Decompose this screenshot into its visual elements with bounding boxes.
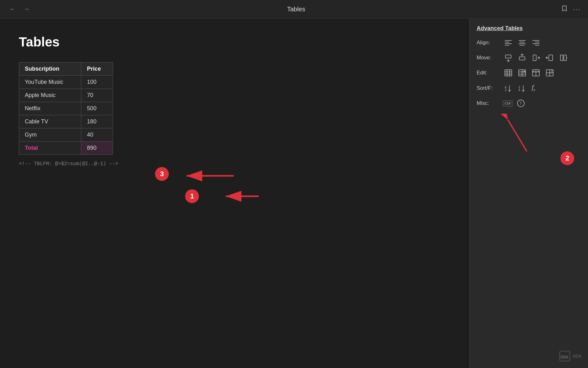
data-table: Subscription Price YouTube Music100Apple…: [19, 62, 113, 155]
sort-az-button[interactable]: A Z: [503, 84, 514, 93]
table-header-row: Subscription Price: [19, 62, 113, 76]
sortf-row: Sort/F: A Z Z A: [477, 83, 580, 93]
formula-line: <!-- TBLFM: @>$2=sum(@I..@-1) -->: [19, 161, 448, 167]
edit-icons: [503, 68, 555, 78]
top-bar: ← → Tables ···: [0, 0, 588, 19]
cell-subscription: Total: [19, 142, 81, 155]
cell-subscription: YouTube Music: [19, 76, 81, 89]
col-header-subscription: Subscription: [19, 62, 81, 76]
svg-line-54: [508, 120, 527, 151]
content-area: Tables Subscription Price YouTube Music1…: [0, 19, 467, 368]
sort-za-icon: Z A: [518, 84, 526, 92]
document-title: Tables: [287, 6, 305, 13]
align-right-icon: [532, 39, 540, 47]
more-button[interactable]: ···: [573, 5, 580, 14]
table-row: Apple Music70: [19, 89, 113, 102]
cell-subscription: Gym: [19, 128, 81, 142]
align-left-button[interactable]: [503, 38, 514, 47]
add-col-button[interactable]: [503, 68, 514, 78]
badge-2: 2: [560, 151, 574, 165]
sidebar-title: Advanced Tables: [477, 25, 580, 32]
misc-icons: CSV ?: [503, 99, 526, 108]
edit-row: Edit:: [477, 68, 580, 78]
align-label: Align:: [477, 40, 499, 46]
move-up-button[interactable]: [517, 53, 527, 62]
sort-az-icon: A Z: [504, 84, 512, 92]
table-row: Total890: [19, 142, 113, 155]
svg-text:A: A: [519, 89, 520, 92]
move-down-button[interactable]: [503, 53, 514, 62]
back-button[interactable]: ←: [8, 5, 17, 14]
help-button[interactable]: ?: [516, 99, 526, 108]
sortf-label: Sort/F:: [477, 85, 499, 91]
csv-button[interactable]: CSV: [503, 100, 512, 106]
xda-logo-icon: XDA: [559, 350, 570, 362]
main-area: Tables Subscription Price YouTube Music1…: [0, 19, 588, 368]
move-left-col-icon: [546, 54, 554, 62]
move-row: Move:: [477, 53, 580, 62]
cell-subscription: Cable TV: [19, 115, 81, 128]
misc-row: Misc: CSV ?: [477, 99, 580, 108]
sidebar-arrow-svg: [477, 114, 546, 164]
misc-label: Misc:: [477, 100, 499, 106]
svg-rect-24: [560, 55, 563, 61]
move-right2-icon: [559, 54, 568, 62]
align-center-button[interactable]: [517, 38, 527, 47]
sort-za-button[interactable]: Z A: [517, 84, 527, 93]
del-col-icon: [518, 69, 526, 77]
move-right2-button[interactable]: [558, 53, 569, 62]
nav-controls: ← →: [8, 5, 31, 14]
move-left-col-button[interactable]: [544, 53, 555, 62]
page-title: Tables: [19, 35, 448, 50]
svg-rect-27: [505, 70, 512, 76]
help-icon: ?: [517, 99, 525, 107]
align-right-button[interactable]: [531, 38, 541, 47]
cell-price: 40: [81, 128, 113, 142]
cell-price: 100: [81, 76, 113, 89]
move-up-icon: [518, 54, 526, 62]
cell-price: 70: [81, 89, 113, 102]
csv-icon: CSV: [505, 101, 511, 106]
cell-price: 500: [81, 102, 113, 115]
align-left-icon: [504, 39, 512, 47]
merge-button[interactable]: [531, 68, 541, 78]
del-col-button[interactable]: [517, 68, 527, 78]
cell-subscription: Netflix: [19, 102, 81, 115]
bookmark-button[interactable]: [561, 5, 568, 14]
cell-price: 180: [81, 115, 113, 128]
svg-rect-25: [564, 55, 566, 61]
col-header-price: Price: [81, 62, 113, 76]
formula-button[interactable]: fx: [531, 83, 537, 93]
table-row: Gym40: [19, 128, 113, 142]
xda-logo-text: XDA: [572, 354, 582, 359]
align-icons: [503, 38, 541, 47]
table-row: Netflix500: [19, 102, 113, 115]
svg-rect-20: [533, 55, 536, 61]
badge-1: 1: [185, 189, 199, 203]
svg-text:XDA: XDA: [560, 354, 569, 360]
move-right-col-button[interactable]: [531, 53, 541, 62]
svg-rect-19: [519, 57, 525, 60]
svg-rect-16: [505, 55, 511, 58]
edit-label: Edit:: [477, 70, 499, 76]
xda-logo-area: XDA XDA: [559, 350, 582, 362]
sidebar: Advanced Tables Align: Move:: [469, 19, 588, 368]
move-icons: [503, 53, 569, 62]
split-button[interactable]: [544, 68, 555, 78]
table-row: Cable TV180: [19, 115, 113, 128]
move-down-icon: [504, 54, 512, 62]
badge-3: 3: [155, 167, 169, 181]
align-row: Align:: [477, 38, 580, 47]
bookmark-icon: [561, 5, 568, 12]
cell-subscription: Apple Music: [19, 89, 81, 102]
forward-button[interactable]: →: [22, 5, 31, 14]
more-icon: ···: [573, 5, 580, 13]
svg-text:?: ?: [520, 101, 521, 106]
formula-icon: fx: [532, 84, 535, 92]
merge-icon: [532, 69, 540, 77]
align-center-icon: [518, 39, 526, 47]
sortf-icons: A Z Z A fx: [503, 83, 537, 93]
top-bar-actions: ···: [561, 5, 580, 14]
split-icon: [546, 69, 554, 77]
move-right-col-icon: [532, 54, 540, 62]
